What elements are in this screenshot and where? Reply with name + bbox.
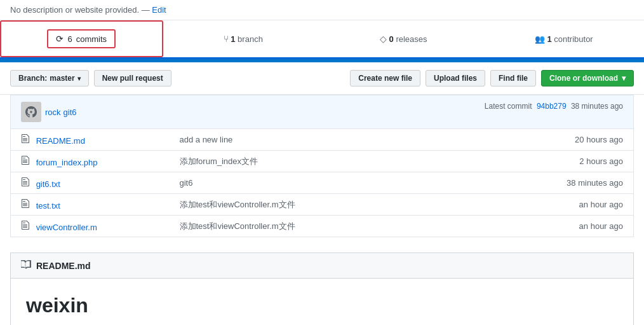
releases-stat[interactable]: ◇ 0 releases xyxy=(323,26,484,52)
file-icon xyxy=(21,136,32,146)
clone-or-download-button[interactable]: Clone or download ▾ xyxy=(541,70,634,86)
chevron-down-icon: ▾ xyxy=(622,74,626,83)
file-description: 添加forum_index文件 xyxy=(170,151,466,172)
readme-title: README.md xyxy=(36,261,91,271)
file-description: add a new line xyxy=(170,129,466,151)
readme-section: README.md weixin xyxy=(0,237,644,325)
chevron-down-icon: ▾ xyxy=(77,75,81,82)
releases-label: releases xyxy=(396,34,427,44)
table-row: test.txt 添加test和viewController.m文件 an ho… xyxy=(11,194,634,216)
commits-count: 6 xyxy=(67,34,72,44)
table-row: viewController.m 添加test和viewController.m… xyxy=(11,216,634,237)
file-name-cell: test.txt xyxy=(11,194,170,216)
releases-count: 0 xyxy=(389,34,394,44)
releases-icon: ◇ xyxy=(380,34,387,44)
stats-bar: ⟳ 6 commits ⑂ 1 branch ◇ 0 releases 👥 1 … xyxy=(0,20,644,59)
file-description: git6 xyxy=(170,172,466,194)
file-name-link[interactable]: git6.txt xyxy=(36,179,60,189)
file-description: 添加test和viewController.m文件 xyxy=(170,194,466,216)
file-icon xyxy=(21,223,32,232)
readme-content-title: weixin xyxy=(26,294,618,317)
avatar xyxy=(21,102,41,122)
description-bar: No description or website provided. — Ed… xyxy=(0,0,644,20)
contributors-count: 1 xyxy=(547,34,551,44)
contributors-icon: 👥 xyxy=(535,34,545,44)
branch-label: branch xyxy=(238,34,263,44)
create-new-file-button[interactable]: Create new file xyxy=(350,70,420,86)
file-name-cell: viewController.m xyxy=(11,216,170,237)
find-file-button[interactable]: Find file xyxy=(490,70,536,86)
file-icon xyxy=(21,179,32,189)
repo-username[interactable]: rock xyxy=(45,107,61,117)
file-time: an hour ago xyxy=(466,216,634,237)
file-time: 38 minutes ago xyxy=(466,172,634,194)
branch-selector[interactable]: Branch: master ▾ xyxy=(10,70,89,86)
file-toolbar: Branch: master ▾ New pull request Create… xyxy=(0,62,644,95)
latest-commit-prefix: Latest commit xyxy=(485,102,532,111)
commit-time: 38 minutes ago xyxy=(571,102,623,111)
table-row: git6.txt git6 38 minutes ago xyxy=(11,172,634,194)
commits-label: commits xyxy=(76,34,107,44)
file-name-cell: forum_index.php xyxy=(11,151,170,172)
file-name-link[interactable]: README.md xyxy=(36,136,85,146)
readme-icon xyxy=(21,259,31,272)
file-browser: rock git6 Latest commit 94bb279 38 minut… xyxy=(0,95,644,237)
file-table: rock git6 Latest commit 94bb279 38 minut… xyxy=(10,95,634,237)
file-name-link[interactable]: test.txt xyxy=(36,201,60,211)
file-icon xyxy=(21,201,32,211)
description-text: No description or website provided. xyxy=(10,5,139,15)
readme-body: weixin xyxy=(10,278,634,325)
branch-name: master xyxy=(50,74,74,83)
file-time: an hour ago xyxy=(466,194,634,216)
new-pull-request-button[interactable]: New pull request xyxy=(94,70,171,86)
file-icon xyxy=(21,158,32,167)
file-name-link[interactable]: forum_index.php xyxy=(36,158,98,167)
edit-link[interactable]: Edit xyxy=(152,5,166,15)
commit-info: Latest commit 94bb279 38 minutes ago xyxy=(485,102,623,111)
file-time: 20 hours ago xyxy=(466,129,634,151)
file-name-cell: git6.txt xyxy=(11,172,170,194)
file-name-link[interactable]: viewController.m xyxy=(36,223,97,232)
repo-header-row: rock git6 Latest commit 94bb279 38 minut… xyxy=(11,95,634,129)
contributors-label: contributor xyxy=(554,34,593,44)
file-name-cell: README.md xyxy=(11,129,170,151)
branch-count: 1 xyxy=(231,34,235,44)
contributors-stat[interactable]: 👥 1 contributor xyxy=(484,27,645,52)
branch-stat[interactable]: ⑂ 1 branch xyxy=(163,26,324,52)
commits-stat[interactable]: ⟳ 6 commits xyxy=(0,20,163,57)
commit-hash[interactable]: 94bb279 xyxy=(537,102,567,111)
clone-button-label: Clone or download xyxy=(549,74,618,83)
table-row: forum_index.php 添加forum_index文件 2 hours … xyxy=(11,151,634,172)
file-description: 添加test和viewController.m文件 xyxy=(170,216,466,237)
toolbar-left: Branch: master ▾ New pull request xyxy=(10,70,345,86)
toolbar-right: Create new file Upload files Find file C… xyxy=(350,70,634,86)
upload-files-button[interactable]: Upload files xyxy=(426,70,485,86)
repo-header-cell: rock git6 Latest commit 94bb279 38 minut… xyxy=(11,95,634,129)
table-row: README.md add a new line 20 hours ago xyxy=(11,129,634,151)
branch-label-prefix: Branch: xyxy=(18,74,47,83)
file-time: 2 hours ago xyxy=(466,151,634,172)
branch-icon: ⑂ xyxy=(224,34,229,44)
readme-header: README.md xyxy=(10,252,634,278)
repo-name[interactable]: git6 xyxy=(64,107,77,117)
commits-icon: ⟳ xyxy=(56,34,64,44)
